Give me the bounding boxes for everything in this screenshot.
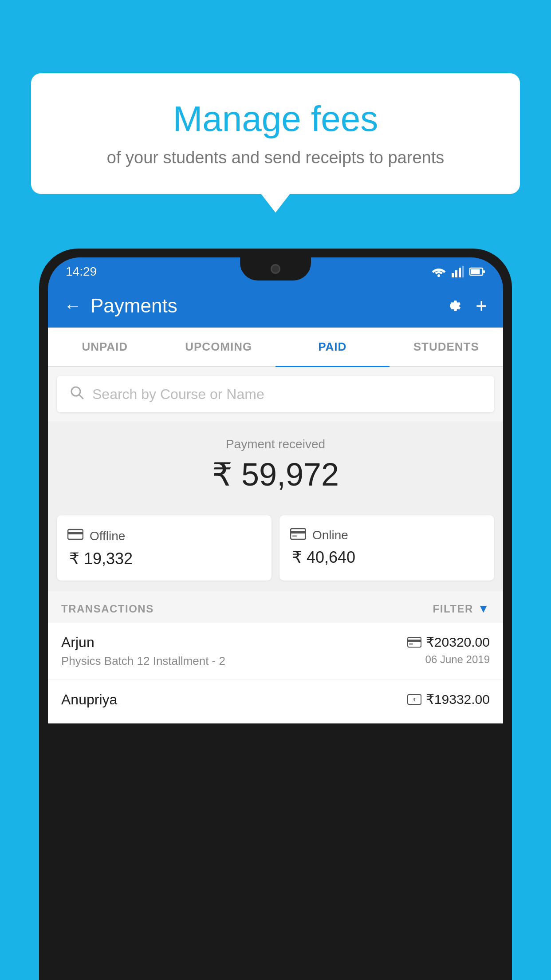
filter-icon: ▼ [478, 602, 490, 616]
transaction-amount-row: ₹20320.00 [407, 634, 490, 650]
transaction-info-left: Arjun Physics Batch 12 Installment - 2 [61, 634, 225, 668]
transaction-amount-row: ₹ ₹19332.00 [407, 692, 490, 707]
svg-rect-4 [462, 266, 464, 277]
table-row[interactable]: Arjun Physics Batch 12 Installment - 2 ₹… [48, 623, 503, 680]
payment-received-label: Payment received [57, 437, 494, 451]
svg-rect-3 [459, 268, 461, 277]
transaction-info-right: ₹ ₹19332.00 [407, 692, 490, 711]
transaction-info-left: Anupriya [61, 692, 117, 711]
add-button[interactable]: + [476, 295, 487, 317]
app-bar: ← Payments + [48, 284, 503, 328]
bubble-title: Manage fees [58, 98, 493, 140]
transaction-name: Anupriya [61, 692, 117, 708]
transaction-amount: ₹19332.00 [426, 692, 490, 707]
card-header-offline: Offline [67, 528, 261, 544]
svg-text:₹: ₹ [413, 697, 416, 703]
online-amount: ₹ 40,640 [292, 548, 484, 567]
speech-bubble-container: Manage fees of your students and send re… [31, 73, 520, 194]
content-area: Search by Course or Name Payment receive… [48, 367, 503, 723]
phone-inner: 14:29 [48, 257, 503, 971]
transactions-label: TRANSACTIONS [61, 603, 154, 615]
offline-label: Offline [90, 529, 125, 543]
svg-rect-1 [452, 273, 454, 277]
status-time: 14:29 [66, 265, 97, 279]
payment-received-section: Payment received ₹ 59,972 [48, 421, 503, 506]
notch [240, 257, 311, 281]
tab-paid[interactable]: PAID [276, 328, 390, 366]
tab-unpaid[interactable]: UNPAID [48, 328, 162, 366]
transaction-date: 06 June 2019 [407, 653, 490, 666]
tab-students[interactable]: STUDENTS [390, 328, 504, 366]
settings-icon[interactable] [443, 296, 462, 316]
search-icon [69, 385, 84, 403]
payment-received-amount: ₹ 59,972 [57, 456, 494, 493]
app-bar-title: Payments [91, 295, 177, 317]
transaction-name: Arjun [61, 634, 225, 651]
svg-rect-12 [291, 529, 306, 539]
svg-rect-13 [291, 531, 306, 533]
svg-point-0 [437, 274, 440, 277]
svg-rect-6 [471, 269, 480, 274]
cash-payment-icon: ₹ [407, 694, 421, 705]
svg-rect-17 [409, 643, 413, 645]
svg-rect-16 [408, 640, 421, 642]
transaction-info-right: ₹20320.00 06 June 2019 [407, 634, 490, 666]
transaction-amount: ₹20320.00 [426, 634, 490, 650]
transaction-course: Physics Batch 12 Installment - 2 [61, 654, 225, 668]
filter-button[interactable]: FILTER ▼ [433, 602, 490, 616]
online-label: Online [312, 528, 348, 542]
back-button[interactable]: ← [64, 296, 82, 316]
wifi-icon [431, 266, 446, 277]
offline-payment-card: Offline ₹ 19,332 [57, 515, 272, 581]
svg-rect-7 [483, 270, 485, 273]
online-icon [290, 528, 306, 543]
bubble-subtitle: of your students and send receipts to pa… [58, 148, 493, 167]
svg-line-9 [79, 395, 83, 399]
table-row[interactable]: Anupriya ₹ ₹19332.00 [48, 680, 503, 723]
transaction-list: Arjun Physics Batch 12 Installment - 2 ₹… [48, 623, 503, 723]
front-camera [271, 264, 280, 274]
offline-amount: ₹ 19,332 [69, 549, 261, 568]
status-icons [431, 266, 485, 277]
search-placeholder: Search by Course or Name [92, 386, 264, 403]
transactions-header: TRANSACTIONS FILTER ▼ [48, 591, 503, 623]
speech-bubble: Manage fees of your students and send re… [31, 73, 520, 194]
signal-icon [452, 266, 464, 277]
battery-icon [469, 267, 485, 276]
online-payment-icon [407, 637, 421, 648]
payment-cards: Offline ₹ 19,332 Onli [48, 506, 503, 591]
svg-rect-11 [68, 532, 83, 534]
tabs-bar: UNPAID UPCOMING PAID STUDENTS [48, 328, 503, 367]
phone-frame: 14:29 [39, 249, 512, 980]
search-bar[interactable]: Search by Course or Name [57, 376, 494, 412]
online-payment-card: Online ₹ 40,640 [279, 515, 494, 581]
card-header-online: Online [290, 528, 484, 543]
app-bar-left: ← Payments [64, 295, 177, 317]
offline-icon [67, 528, 83, 544]
filter-label: FILTER [433, 603, 473, 615]
app-bar-right: + [443, 295, 487, 317]
svg-rect-15 [408, 637, 421, 647]
svg-rect-14 [292, 535, 297, 537]
tab-upcoming[interactable]: UPCOMING [162, 328, 276, 366]
svg-rect-2 [455, 270, 457, 277]
